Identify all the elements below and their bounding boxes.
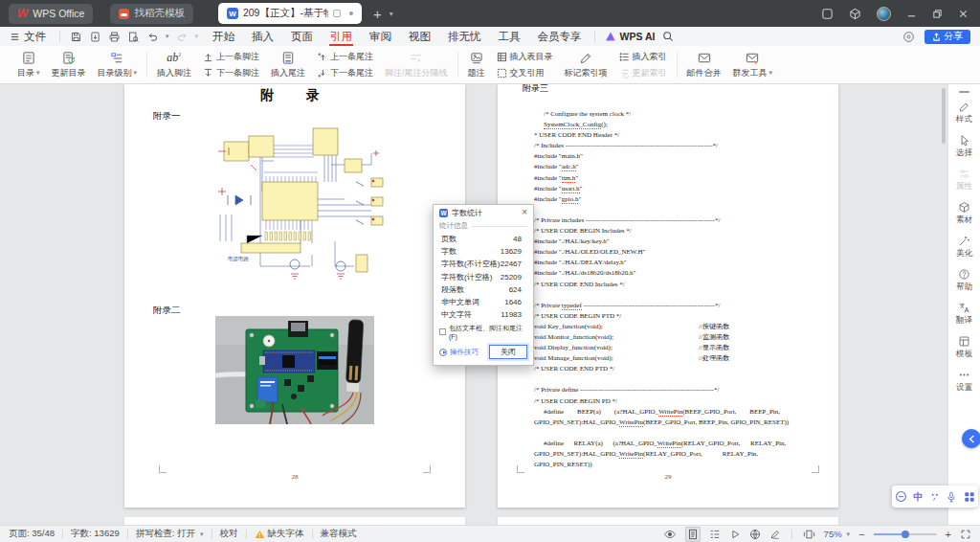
circuit-schematic-figure: 电源电路 (212, 123, 416, 301)
page-view-button-active[interactable] (685, 527, 701, 542)
sidebar-item-style[interactable]: 样式 (948, 96, 980, 129)
tips-link[interactable]: 操作技巧 (439, 348, 479, 357)
menu-tools[interactable]: 工具 (490, 27, 529, 46)
sidebar-item-beautify[interactable]: 美化 (948, 230, 980, 263)
zoom-level-button[interactable]: 75%▾ (824, 529, 851, 539)
menu-insert[interactable]: 插入 (243, 27, 282, 46)
new-tab-button[interactable]: + (373, 6, 382, 22)
sidebar-item-help[interactable]: 帮助 (948, 263, 980, 297)
skin-center-icon[interactable] (849, 8, 861, 20)
menu-home[interactable]: 开始 (204, 27, 243, 46)
menu-paiwuyou[interactable]: 排无忧 (439, 27, 490, 46)
ink-mode-button[interactable] (769, 529, 781, 540)
code-line: #include "tim.h" (534, 173, 810, 184)
prev-footnote-button[interactable]: 上一条脚注 (203, 51, 259, 63)
next-endnote-button[interactable]: 下一条尾注 (317, 67, 373, 79)
zoom-slider-thumb[interactable] (902, 531, 909, 538)
fit-page-button[interactable] (803, 529, 815, 540)
vertical-scrollbar-thumb[interactable] (942, 88, 946, 144)
tab-document[interactable]: W 209【正文】-基于物联网的 (218, 3, 362, 24)
fullscreen-button[interactable] (960, 529, 971, 540)
microphone-icon[interactable] (946, 491, 957, 503)
code-line: /* USER CODE BEGIN Includes */ (534, 226, 810, 237)
code-line: #include "adc.h" (534, 162, 810, 172)
margin-mark (159, 465, 167, 473)
spellcheck-toggle[interactable]: 拼写检查: 打开▾ (136, 528, 204, 540)
layout-mode-icon[interactable] (821, 8, 834, 20)
caption-button[interactable]: 题注 (462, 46, 491, 83)
tab-list-caret[interactable]: ▾ (390, 10, 393, 18)
collapse-dash-icon[interactable] (959, 91, 969, 93)
menu-page[interactable]: 页面 (282, 27, 322, 46)
file-menu[interactable]: 文件 (0, 30, 56, 44)
insert-index-button[interactable]: 插入索引 (619, 51, 667, 63)
zoom-slider[interactable] (874, 533, 937, 535)
ime-options-icon[interactable] (929, 491, 940, 502)
assistant-icon[interactable] (902, 31, 915, 43)
menu-references-active[interactable]: 引用 (322, 27, 361, 46)
undo-button[interactable] (146, 31, 159, 43)
dialog-titlebar[interactable]: W 字数统计 × (434, 205, 533, 220)
insert-footnote-button[interactable]: ab1 插入脚注 (151, 46, 197, 83)
ime-language-indicator[interactable]: 中 (914, 490, 924, 504)
voice-assistant-icon[interactable] (895, 490, 907, 503)
toc-level-button[interactable]: 目录级别▾ (92, 46, 144, 83)
print-icon[interactable] (108, 31, 121, 43)
undo-caret[interactable]: ▾ (166, 33, 169, 40)
sidebar-item-template[interactable]: 模板 (948, 330, 980, 364)
sidebar-item-select[interactable]: 选择 (948, 129, 980, 163)
toc-button[interactable]: 目录▾ (11, 46, 46, 83)
mark-index-entry-button[interactable]: 标记索引项 (559, 46, 613, 83)
menu-review[interactable]: 审阅 (361, 27, 400, 46)
insert-endnote-button[interactable]: 插入尾注 (265, 46, 311, 83)
dialog-close-button[interactable]: 关闭 (489, 345, 527, 359)
mass-send-button[interactable]: 群发工具▾ (727, 46, 779, 83)
mail-merge-button[interactable]: 邮件合并 (681, 46, 727, 83)
save-icon[interactable] (70, 31, 82, 43)
sidebar-item-translate[interactable]: 翻译 (948, 297, 980, 330)
tab-wps-home[interactable]: W WPS Office (9, 4, 93, 24)
stat-row-words: 字数13629 (434, 245, 533, 258)
footnote-separator-button-disabled: 脚注/尾注分隔线 (379, 46, 454, 83)
word-count-indicator[interactable]: 字数: 13629 (71, 528, 120, 540)
dialog-close-icon[interactable]: × (522, 208, 527, 217)
share-button[interactable]: 分享 (924, 30, 970, 44)
apps-grid-icon[interactable] (964, 491, 975, 503)
missing-font-warning[interactable]: 缺失字体 (255, 528, 304, 540)
document-canvas[interactable]: 附 录 附录一 (0, 84, 947, 525)
tab-docer-templates[interactable]: 找稻壳模板 (110, 4, 193, 24)
zoom-in-button[interactable]: + (946, 530, 951, 539)
update-toc-button[interactable]: 更新目录 (46, 46, 92, 83)
include-textboxes-checkbox[interactable]: 包括文本框、脚注和尾注(F) (434, 321, 533, 341)
cross-reference-button[interactable]: 交叉引用 (497, 67, 553, 79)
menu-member[interactable]: 会员专享 (529, 27, 590, 46)
wps-ai-button[interactable]: WPS AI (605, 31, 656, 42)
zoom-out-button[interactable]: − (858, 530, 864, 539)
minimize-button[interactable] (906, 9, 917, 19)
panel-expand-handle[interactable] (962, 429, 980, 448)
code-line: void Monitor_function(void);//监测函数 (534, 332, 810, 343)
restore-button[interactable] (932, 9, 943, 19)
docer-icon (119, 9, 129, 19)
print-preview-icon[interactable] (127, 31, 140, 43)
code-line: SystemClock_Config(); (534, 120, 810, 130)
proofread-button[interactable]: 校对 (220, 528, 238, 540)
insert-table-of-figures-button[interactable]: 插入表目录 (497, 51, 553, 63)
input-assistant-bar: 中 (892, 486, 978, 508)
code-line: #include "main.h" (534, 151, 810, 162)
web-view-button[interactable] (749, 529, 761, 540)
search-icon[interactable] (662, 31, 674, 42)
prev-endnote-button[interactable]: 上一条尾注 (317, 51, 373, 63)
outline-view-button[interactable] (709, 529, 721, 540)
next-footnote-button[interactable]: 下一条脚注 (203, 67, 259, 79)
user-avatar[interactable] (877, 7, 891, 21)
close-button[interactable] (958, 9, 969, 19)
sidebar-item-settings[interactable]: 设置 (948, 364, 980, 397)
hamburger-icon (10, 32, 20, 42)
play-view-button[interactable] (729, 529, 741, 540)
eye-protect-icon[interactable] (663, 529, 677, 540)
stat-row-chars-space: 字符数(计空格)25209 (434, 271, 533, 283)
export-pdf-icon[interactable] (89, 31, 101, 43)
sidebar-item-assets[interactable]: 素材 (948, 196, 980, 230)
menu-view[interactable]: 视图 (400, 27, 439, 46)
